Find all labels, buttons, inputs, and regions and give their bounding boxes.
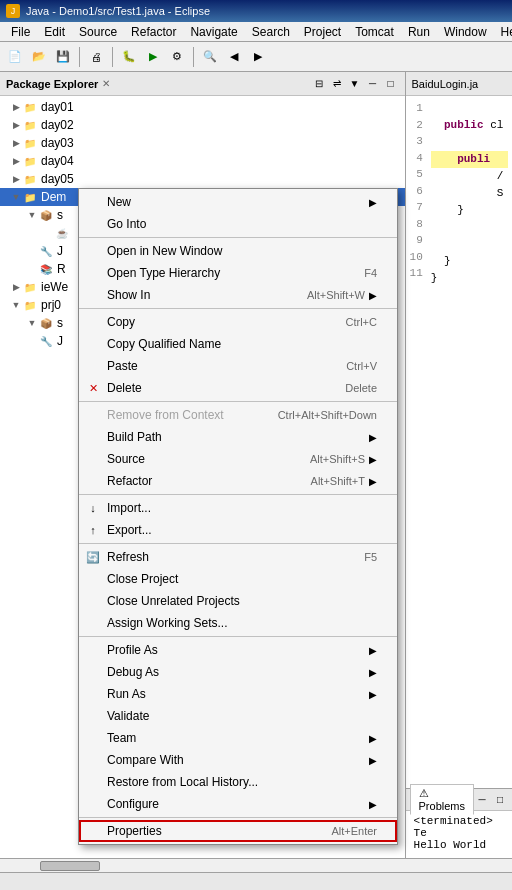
menu-bar: File Edit Source Refactor Navigate Searc… [0,22,512,42]
tree-arrow-sub5: ▼ [26,318,38,328]
window-title: Java - Demo1/src/Test1.java - Eclipse [26,5,210,17]
tree-label-sub5: s [57,316,63,330]
ctx-restore-history[interactable]: Restore from Local History... [79,771,397,793]
ctx-refactor[interactable]: Refactor Alt+Shift+T ▶ [79,470,397,492]
ctx-paste-label: Paste [107,359,326,373]
toolbar-new-btn[interactable]: 📄 [4,46,26,68]
toolbar-print-btn[interactable]: 🖨 [85,46,107,68]
ctx-copy-qualified-name-label: Copy Qualified Name [107,337,377,351]
toolbar-sep2 [112,47,113,67]
ctx-build-path[interactable]: Build Path ▶ [79,426,397,448]
editor-tab[interactable]: BaiduLogin.ja [406,72,512,96]
ctx-delete[interactable]: ✕ Delete Delete [79,377,397,399]
editor-tab-title: BaiduLogin.ja [412,78,479,90]
ctx-close-unrelated[interactable]: Close Unrelated Projects [79,590,397,612]
toolbar: 📄 📂 💾 🖨 🐛 ▶ ⚙ 🔍 ◀ ▶ [0,42,512,72]
ctx-paste[interactable]: Paste Ctrl+V [79,355,397,377]
console-line1: <terminated> Te [414,815,504,839]
folder-icon-day02: 📁 [22,118,38,132]
menu-source[interactable]: Source [72,23,124,41]
ctx-copy-shortcut: Ctrl+C [346,316,377,328]
toolbar-search-btn[interactable]: 🔍 [199,46,221,68]
ctx-run-as[interactable]: Run As ▶ [79,683,397,705]
scrollbar-thumb[interactable] [40,861,100,871]
ctx-configure[interactable]: Configure ▶ [79,793,397,815]
refresh-icon: 🔄 [85,549,101,565]
ctx-copy-qualified-name[interactable]: Copy Qualified Name [79,333,397,355]
ctx-copy-label: Copy [107,315,326,329]
ctx-copy[interactable]: Copy Ctrl+C [79,311,397,333]
ctx-show-in-shortcut: Alt+Shift+W [307,289,365,301]
import-icon: ↓ [85,500,101,516]
toolbar-fwd-btn[interactable]: ▶ [247,46,269,68]
toolbar-open-btn[interactable]: 📂 [28,46,50,68]
toolbar-save-btn[interactable]: 💾 [52,46,74,68]
collapse-all-btn[interactable]: ⊟ [311,76,327,92]
menu-tomcat[interactable]: Tomcat [348,23,401,41]
ctx-new[interactable]: New ▶ [79,191,397,213]
ctx-team[interactable]: Team ▶ [79,727,397,749]
ctx-show-in[interactable]: Show In Alt+Shift+W ▶ [79,284,397,306]
bottom-maximize-btn[interactable]: □ [492,792,508,808]
minimize-btn[interactable]: ─ [365,76,381,92]
menu-edit[interactable]: Edit [37,23,72,41]
toolbar-run-btn[interactable]: ▶ [142,46,164,68]
line-numbers: 1234567891011 [410,100,423,288]
menu-window[interactable]: Window [437,23,494,41]
ctx-remove-context-shortcut: Ctrl+Alt+Shift+Down [278,409,377,421]
tree-item-day03[interactable]: ▶ 📁 day03 [0,134,405,152]
ctx-sep3 [79,401,397,402]
ctx-import[interactable]: ↓ Import... [79,497,397,519]
toolbar-back-btn[interactable]: ◀ [223,46,245,68]
ctx-remove-context-label: Remove from Context [107,408,258,422]
ctx-assign-working-sets[interactable]: Assign Working Sets... [79,612,397,634]
ctx-export[interactable]: ↑ Export... [79,519,397,541]
tree-label-day02: day02 [41,118,74,132]
ctx-gointo[interactable]: Go Into [79,213,397,235]
tree-arrow-day04: ▶ [10,156,22,166]
ctx-debug-as[interactable]: Debug As ▶ [79,661,397,683]
menu-refactor[interactable]: Refactor [124,23,183,41]
ctx-source[interactable]: Source Alt+Shift+S ▶ [79,448,397,470]
ctx-refresh[interactable]: 🔄 Refresh F5 [79,546,397,568]
ctx-profile-as[interactable]: Profile As ▶ [79,639,397,661]
ctx-import-label: Import... [107,501,377,515]
menu-file[interactable]: File [4,23,37,41]
menu-project[interactable]: Project [297,23,348,41]
ctx-properties-shortcut: Alt+Enter [331,825,377,837]
menu-navigate[interactable]: Navigate [183,23,244,41]
toolbar-ext-btn[interactable]: ⚙ [166,46,188,68]
maximize-btn[interactable]: □ [383,76,399,92]
pkg-icon-sub5: 📦 [38,316,54,330]
tree-item-day04[interactable]: ▶ 📁 day04 [0,152,405,170]
tree-arrow-demo1: ▼ [10,192,22,202]
toolbar-debug-btn[interactable]: 🐛 [118,46,140,68]
tree-label-demo1: Dem [41,190,66,204]
bottom-subpanel: ⚠ Problems ─ □ <terminated> Te Hello Wor… [406,788,512,868]
bottom-minimize-btn[interactable]: ─ [474,792,490,808]
link-editor-btn[interactable]: ⇌ [329,76,345,92]
tree-item-day05[interactable]: ▶ 📁 day05 [0,170,405,188]
ctx-sep5 [79,543,397,544]
tree-item-day02[interactable]: ▶ 📁 day02 [0,116,405,134]
menu-search[interactable]: Search [245,23,297,41]
ctx-validate[interactable]: Validate [79,705,397,727]
ctx-debug-as-arrow: ▶ [369,667,377,678]
panel-title: Package Explorer [6,78,98,90]
horizontal-scrollbar[interactable] [0,858,512,872]
ctx-close-project[interactable]: Close Project [79,568,397,590]
ctx-properties[interactable]: Properties Alt+Enter [79,820,397,842]
status-bar [0,872,512,890]
ctx-open-type-hierarchy[interactable]: Open Type Hierarchy F4 [79,262,397,284]
ctx-open-new-window[interactable]: Open in New Window [79,240,397,262]
panel-menu-btn[interactable]: ▼ [347,76,363,92]
panel-controls: ⊟ ⇌ ▼ ─ □ [311,76,399,92]
tree-item-day01[interactable]: ▶ 📁 day01 [0,98,405,116]
menu-help[interactable]: Help [494,23,512,41]
code-area[interactable]: public cl publi / S } } } [431,100,508,288]
ctx-debug-as-label: Debug As [107,665,365,679]
pkg-icon-sub1: 📦 [38,208,54,222]
ctx-compare-with[interactable]: Compare With ▶ [79,749,397,771]
ctx-paste-shortcut: Ctrl+V [346,360,377,372]
menu-run[interactable]: Run [401,23,437,41]
